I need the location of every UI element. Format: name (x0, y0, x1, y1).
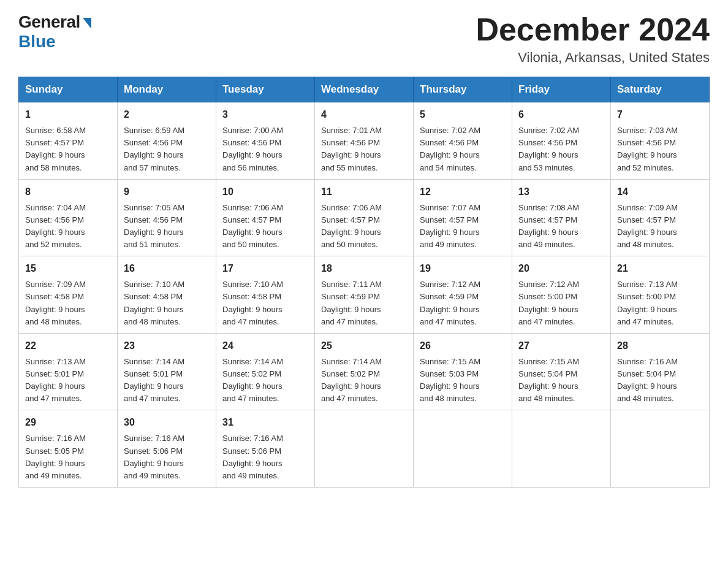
calendar-day-header: Thursday (414, 77, 512, 102)
day-number: 4 (321, 107, 407, 122)
calendar-cell: 13Sunrise: 7:08 AMSunset: 4:57 PMDayligh… (512, 179, 611, 256)
logo-arrow-icon (83, 18, 91, 29)
calendar-week-row: 15Sunrise: 7:09 AMSunset: 4:58 PMDayligh… (19, 256, 710, 334)
day-number: 28 (617, 339, 703, 353)
day-info: Sunrise: 6:58 AMSunset: 4:57 PMDaylight:… (25, 124, 111, 174)
calendar-cell: 20Sunrise: 7:12 AMSunset: 5:00 PMDayligh… (512, 256, 611, 334)
day-number: 18 (321, 261, 407, 276)
day-info: Sunrise: 7:10 AMSunset: 4:58 PMDaylight:… (222, 278, 308, 328)
calendar-cell: 5Sunrise: 7:02 AMSunset: 4:56 PMDaylight… (414, 102, 512, 180)
calendar-cell: 11Sunrise: 7:06 AMSunset: 4:57 PMDayligh… (315, 179, 414, 256)
page-header: General Blue December 2024 Vilonia, Arka… (18, 12, 710, 66)
day-number: 27 (518, 339, 604, 353)
calendar-cell: 29Sunrise: 7:16 AMSunset: 5:05 PMDayligh… (19, 410, 118, 488)
day-info: Sunrise: 7:12 AMSunset: 4:59 PMDaylight:… (420, 278, 506, 328)
day-number: 29 (25, 415, 111, 430)
day-info: Sunrise: 7:16 AMSunset: 5:05 PMDaylight:… (25, 432, 111, 482)
day-info: Sunrise: 7:12 AMSunset: 5:00 PMDaylight:… (518, 278, 604, 328)
calendar-day-header: Monday (118, 77, 216, 102)
calendar-day-header: Friday (512, 77, 611, 102)
day-number: 22 (25, 339, 111, 353)
calendar-cell: 17Sunrise: 7:10 AMSunset: 4:58 PMDayligh… (216, 256, 315, 334)
day-info: Sunrise: 7:04 AMSunset: 4:56 PMDaylight:… (25, 202, 111, 251)
day-number: 7 (617, 107, 703, 122)
day-number: 11 (321, 185, 407, 199)
calendar-cell: 15Sunrise: 7:09 AMSunset: 4:58 PMDayligh… (19, 256, 118, 334)
calendar-cell (414, 410, 512, 488)
day-number: 9 (124, 185, 210, 199)
calendar-cell: 27Sunrise: 7:15 AMSunset: 5:04 PMDayligh… (512, 333, 611, 410)
calendar-table: SundayMondayTuesdayWednesdayThursdayFrid… (18, 77, 710, 488)
day-info: Sunrise: 7:10 AMSunset: 4:58 PMDaylight:… (124, 278, 210, 328)
day-info: Sunrise: 7:13 AMSunset: 5:01 PMDaylight:… (25, 356, 111, 405)
day-info: Sunrise: 7:07 AMSunset: 4:57 PMDaylight:… (420, 202, 506, 251)
calendar-cell: 25Sunrise: 7:14 AMSunset: 5:02 PMDayligh… (315, 333, 414, 410)
calendar-day-header: Saturday (611, 77, 710, 102)
title-block: December 2024 Vilonia, Arkansas, United … (476, 12, 710, 66)
calendar-week-row: 1Sunrise: 6:58 AMSunset: 4:57 PMDaylight… (19, 102, 710, 180)
day-number: 26 (420, 339, 506, 353)
calendar-cell: 26Sunrise: 7:15 AMSunset: 5:03 PMDayligh… (414, 333, 512, 410)
calendar-cell: 22Sunrise: 7:13 AMSunset: 5:01 PMDayligh… (19, 333, 118, 410)
day-info: Sunrise: 7:05 AMSunset: 4:56 PMDaylight:… (124, 202, 210, 251)
day-number: 20 (518, 261, 604, 276)
day-info: Sunrise: 7:02 AMSunset: 4:56 PMDaylight:… (518, 124, 604, 174)
day-number: 17 (222, 261, 308, 276)
calendar-week-row: 29Sunrise: 7:16 AMSunset: 5:05 PMDayligh… (19, 410, 710, 488)
calendar-cell (611, 410, 710, 488)
day-number: 5 (420, 107, 506, 122)
day-info: Sunrise: 7:14 AMSunset: 5:02 PMDaylight:… (321, 356, 407, 405)
page-title: December 2024 (476, 12, 710, 47)
day-info: Sunrise: 7:11 AMSunset: 4:59 PMDaylight:… (321, 278, 407, 328)
calendar-cell: 14Sunrise: 7:09 AMSunset: 4:57 PMDayligh… (611, 179, 710, 256)
day-info: Sunrise: 7:06 AMSunset: 4:57 PMDaylight:… (321, 202, 407, 251)
day-number: 1 (25, 107, 111, 122)
calendar-cell: 30Sunrise: 7:16 AMSunset: 5:06 PMDayligh… (118, 410, 216, 488)
day-info: Sunrise: 7:00 AMSunset: 4:56 PMDaylight:… (222, 124, 308, 174)
calendar-cell (315, 410, 414, 488)
page-subtitle: Vilonia, Arkansas, United States (476, 50, 710, 66)
day-number: 23 (124, 339, 210, 353)
calendar-cell: 18Sunrise: 7:11 AMSunset: 4:59 PMDayligh… (315, 256, 414, 334)
day-info: Sunrise: 7:01 AMSunset: 4:56 PMDaylight:… (321, 124, 407, 174)
day-info: Sunrise: 7:16 AMSunset: 5:06 PMDaylight:… (222, 432, 308, 482)
calendar-cell: 12Sunrise: 7:07 AMSunset: 4:57 PMDayligh… (414, 179, 512, 256)
calendar-day-header: Tuesday (216, 77, 315, 102)
calendar-day-header: Sunday (19, 77, 118, 102)
calendar-day-header: Wednesday (315, 77, 414, 102)
day-info: Sunrise: 7:02 AMSunset: 4:56 PMDaylight:… (420, 124, 506, 174)
day-number: 6 (518, 107, 604, 122)
day-info: Sunrise: 7:14 AMSunset: 5:02 PMDaylight:… (222, 356, 308, 405)
day-info: Sunrise: 6:59 AMSunset: 4:56 PMDaylight:… (124, 124, 210, 174)
day-number: 10 (222, 185, 308, 199)
calendar-cell: 24Sunrise: 7:14 AMSunset: 5:02 PMDayligh… (216, 333, 315, 410)
day-number: 12 (420, 185, 506, 199)
day-info: Sunrise: 7:16 AMSunset: 5:04 PMDaylight:… (617, 356, 703, 405)
calendar-cell: 23Sunrise: 7:14 AMSunset: 5:01 PMDayligh… (118, 333, 216, 410)
calendar-cell: 16Sunrise: 7:10 AMSunset: 4:58 PMDayligh… (118, 256, 216, 334)
day-info: Sunrise: 7:13 AMSunset: 5:00 PMDaylight:… (617, 278, 703, 328)
calendar-cell: 19Sunrise: 7:12 AMSunset: 4:59 PMDayligh… (414, 256, 512, 334)
calendar-cell: 6Sunrise: 7:02 AMSunset: 4:56 PMDaylight… (512, 102, 611, 180)
day-number: 25 (321, 339, 407, 353)
logo-blue-text: Blue (18, 32, 56, 52)
calendar-cell: 4Sunrise: 7:01 AMSunset: 4:56 PMDaylight… (315, 102, 414, 180)
day-number: 16 (124, 261, 210, 276)
calendar-cell: 2Sunrise: 6:59 AMSunset: 4:56 PMDaylight… (118, 102, 216, 180)
day-info: Sunrise: 7:15 AMSunset: 5:03 PMDaylight:… (420, 356, 506, 405)
day-number: 15 (25, 261, 111, 276)
day-info: Sunrise: 7:08 AMSunset: 4:57 PMDaylight:… (518, 202, 604, 251)
day-info: Sunrise: 7:16 AMSunset: 5:06 PMDaylight:… (124, 432, 210, 482)
day-info: Sunrise: 7:15 AMSunset: 5:04 PMDaylight:… (518, 356, 604, 405)
day-info: Sunrise: 7:09 AMSunset: 4:57 PMDaylight:… (617, 202, 703, 251)
day-number: 13 (518, 185, 604, 199)
day-number: 19 (420, 261, 506, 276)
calendar-cell: 9Sunrise: 7:05 AMSunset: 4:56 PMDaylight… (118, 179, 216, 256)
calendar-cell: 10Sunrise: 7:06 AMSunset: 4:57 PMDayligh… (216, 179, 315, 256)
calendar-header-row: SundayMondayTuesdayWednesdayThursdayFrid… (19, 77, 710, 102)
day-number: 31 (222, 415, 308, 430)
calendar-cell (512, 410, 611, 488)
calendar-cell: 31Sunrise: 7:16 AMSunset: 5:06 PMDayligh… (216, 410, 315, 488)
calendar-cell: 28Sunrise: 7:16 AMSunset: 5:04 PMDayligh… (611, 333, 710, 410)
day-number: 2 (124, 107, 210, 122)
